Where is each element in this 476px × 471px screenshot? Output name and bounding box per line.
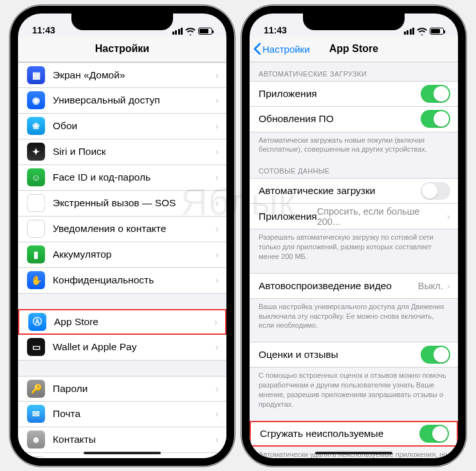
notch [71,12,173,30]
group-footer-auto-downloads: Автоматически загружать новые покупки (в… [250,132,458,160]
chevron-right-icon: › [215,408,219,420]
navbar: Настройки [18,37,226,62]
group-footer-autoplay: Ваша настройка универсального доступа дл… [250,299,458,336]
chevron-right-icon: › [215,120,219,132]
row-label: Сгружать неиспользуемые [260,428,419,440]
home-indicator[interactable] [315,452,392,454]
row-label: Приложения [259,88,421,100]
chevron-right-icon: › [447,211,450,222]
wallet-icon: ▭ [27,338,45,356]
screen-right: 11:43 Настройки App Store АВТОМАТИЧЕСКИЕ… [250,13,458,458]
chevron-right-icon: › [215,274,219,286]
appstore-settings[interactable]: АВТОМАТИЧЕСКИЕ ЗАГРУЗКИ Приложения Обнов… [250,62,458,458]
settings-row-appstore[interactable]: Ⓐ App Store › [18,309,226,335]
battery-icon: ▮ [27,245,45,263]
row-label: Экран «Домой» [53,69,215,81]
row-label: Приложения [259,211,317,222]
phone-left: 11:43 Настройки ▦ Экран «Домой» › ◉ Унив… [10,6,234,466]
calendar-icon: 17 [27,456,45,458]
row-label: App Store [54,316,214,328]
chevron-right-icon: › [215,94,219,106]
row-offload[interactable]: Сгружать неиспользуемые [250,421,458,447]
row-label: Автовоспроизведение видео [259,280,418,292]
chevron-right-icon: › [214,316,217,328]
row-label: Уведомления о контакте [53,223,215,235]
spacer [18,294,226,309]
back-button[interactable]: Настройки [253,43,310,55]
battery-icon [430,28,444,35]
contacts-icon: ☻ [27,431,45,449]
switch-offload[interactable] [419,425,449,443]
settings-row-exposure[interactable]: ✳ Уведомления о контакте › [18,217,226,242]
settings-row-battery[interactable]: ▮ Аккумулятор › [18,242,226,268]
settings-row-sos[interactable]: SOS Экстренный вызов — SOS › [18,191,226,217]
row-label: Оценки и отзывы [259,349,421,360]
settings-row-faceid[interactable]: ☺ Face ID и код-пароль › [18,165,226,191]
settings-row-home[interactable]: ▦ Экран «Домой» › [18,62,226,88]
phone-right: 11:43 Настройки App Store АВТОМАТИЧЕСКИЕ… [242,6,466,466]
home-indicator[interactable] [84,452,161,454]
chevron-right-icon: › [215,197,219,209]
row-apps[interactable]: Приложения [250,81,458,107]
row-ratings[interactable]: Оценки и отзывы [250,342,458,368]
settings-row-privacy[interactable]: ✋ Конфиденциальность › [18,268,226,294]
row-label: Face ID и код-пароль [53,172,215,183]
chevron-right-icon: › [215,146,219,157]
navbar-title: App Store [329,43,378,55]
row-label: Обои [53,120,215,132]
row-updates[interactable]: Обновления ПО [250,107,458,132]
back-label: Настройки [262,44,310,55]
settings-row-contacts[interactable]: ☻ Контакты › [18,427,226,453]
chevron-right-icon: › [215,69,219,81]
settings-row-siri[interactable]: ✦ Siri и Поиск › [18,139,226,165]
siri-icon: ✦ [27,143,45,161]
row-label: Конфиденциальность [53,274,215,286]
row-detail: Спросить, если больше 200... [317,206,443,227]
row-label: Универсальный доступ [53,94,215,106]
battery-icon [198,28,212,35]
spacer [18,360,226,376]
exposure-icon: ✳ [27,220,45,238]
row-label: Обновления ПО [259,113,421,125]
wifi-icon [185,28,196,35]
row-label: Контакты [53,434,215,445]
switch-apps[interactable] [421,85,450,103]
access-icon: ◉ [27,91,45,109]
row-cell-apps[interactable]: Приложения Спросить, если больше 200... … [250,204,458,229]
status-time: 11:43 [264,25,287,35]
chevron-left-icon [253,43,261,55]
chevron-right-icon: › [447,280,450,292]
privacy-icon: ✋ [27,271,45,289]
signal-icon [404,28,415,35]
group-header-auto-downloads: АВТОМАТИЧЕСКИЕ ЗАГРУЗКИ [250,62,458,81]
faceid-icon: ☺ [27,168,45,186]
chevron-right-icon: › [215,383,219,395]
settings-row-wallpaper[interactable]: ❀ Обои › [18,114,226,139]
switch-updates[interactable] [421,110,450,128]
status-right [172,28,213,35]
row-label: Пароли [53,383,215,395]
home-icon: ▦ [27,66,45,84]
wallpaper-icon: ❀ [27,117,45,135]
row-detail: Выкл. [418,281,443,291]
settings-row-wallet[interactable]: ▭ Wallet и Apple Pay › [18,335,226,360]
group-footer-cellular: Разрешать автоматическую загрузку по сот… [250,229,458,267]
screen-left: 11:43 Настройки ▦ Экран «Домой» › ◉ Унив… [18,13,226,458]
settings-row-access[interactable]: ◉ Универсальный доступ › [18,88,226,114]
appstore-icon: Ⓐ [28,313,46,331]
settings-row-mail[interactable]: ✉ Почта › [18,402,226,427]
switch-ratings[interactable] [421,346,450,364]
status-right [404,28,444,35]
chevron-right-icon: › [215,249,219,260]
row-autoplay[interactable]: Автовоспроизведение видео Выкл. › [250,273,458,299]
chevron-right-icon: › [215,341,219,353]
group-footer-ratings: С помощью встроенных оценок и отзывов мо… [250,368,458,414]
row-cell-auto[interactable]: Автоматические загрузки [250,178,458,204]
navbar-title: Настройки [95,43,149,55]
wifi-icon [417,28,427,35]
settings-list[interactable]: ▦ Экран «Домой» › ◉ Универсальный доступ… [18,62,226,458]
settings-row-passwords[interactable]: 🔑 Пароли › [18,376,226,402]
row-label: Почта [53,408,215,420]
row-label: Автоматические загрузки [259,185,421,197]
switch-cell-auto[interactable] [421,182,450,200]
